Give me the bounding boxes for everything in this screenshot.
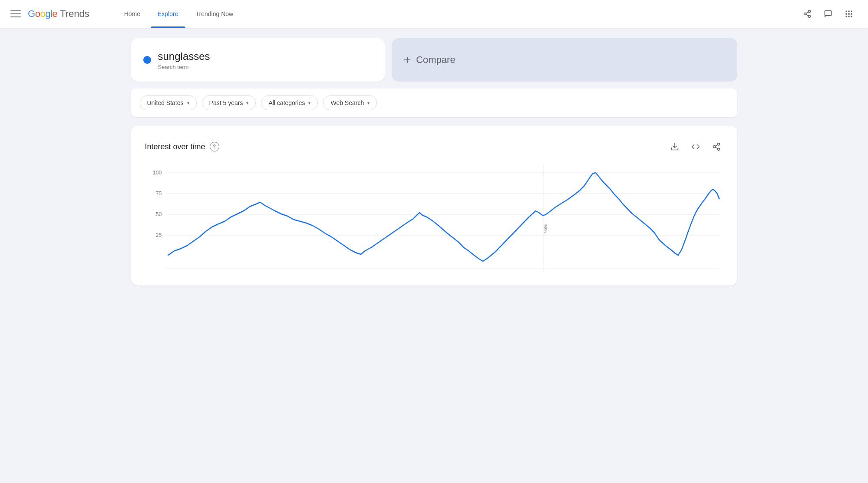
search-type-filter-chevron: ▾: [367, 101, 370, 105]
svg-rect-8: [851, 11, 852, 12]
search-type-filter-label: Web Search: [330, 99, 364, 106]
share-icon: [803, 10, 812, 18]
svg-text:50: 50: [155, 211, 162, 217]
svg-rect-14: [851, 16, 852, 17]
download-button[interactable]: [668, 140, 682, 154]
share-chart-icon: [712, 142, 721, 151]
svg-line-4: [806, 12, 809, 13]
time-filter-chevron: ▾: [246, 101, 248, 105]
interest-over-time-chart: 100 75 50 25 Note: [145, 164, 723, 277]
trends-wordmark: Trends: [60, 8, 89, 20]
svg-rect-12: [846, 16, 847, 17]
chart-area: 100 75 50 25 Note: [145, 164, 723, 277]
embed-button[interactable]: [689, 140, 703, 154]
chart-card: Interest over time ?: [131, 126, 737, 286]
category-filter-label: All categories: [268, 99, 305, 106]
svg-rect-10: [848, 13, 849, 14]
search-term-type: Search term: [158, 64, 210, 70]
svg-line-20: [715, 145, 718, 146]
region-filter-chevron: ▾: [187, 101, 189, 105]
header-left: Google Trends Home Explore Trending Now: [10, 0, 240, 28]
search-type-filter[interactable]: Web Search ▾: [323, 95, 377, 110]
svg-line-3: [806, 14, 809, 16]
svg-rect-7: [848, 11, 849, 12]
chart-title: Interest over time: [145, 142, 205, 151]
header: Google Trends Home Explore Trending Now: [0, 0, 868, 28]
chart-title-group: Interest over time ?: [145, 142, 219, 151]
time-filter[interactable]: Past 5 years ▾: [202, 95, 256, 110]
chart-header: Interest over time ?: [145, 140, 723, 154]
search-cards-row: sunglasses Search term + Compare: [131, 38, 737, 82]
embed-icon: [691, 142, 700, 151]
svg-line-19: [715, 147, 718, 148]
search-term-name: sunglasses: [158, 49, 210, 63]
share-chart-button[interactable]: [710, 140, 723, 154]
chart-actions: [668, 140, 723, 154]
svg-rect-11: [851, 13, 852, 14]
main-nav: Home Explore Trending Now: [117, 0, 240, 28]
svg-rect-6: [846, 11, 847, 12]
share-icon-button[interactable]: [799, 5, 816, 23]
filters-row: United States ▾ Past 5 years ▾ All categ…: [131, 89, 737, 117]
svg-rect-13: [848, 16, 849, 17]
search-card-text: sunglasses Search term: [158, 49, 210, 70]
region-filter-label: United States: [147, 99, 184, 106]
header-right: [799, 5, 858, 23]
svg-text:Note: Note: [542, 224, 547, 233]
svg-text:75: 75: [155, 190, 162, 197]
google-trends-logo[interactable]: Google Trends: [28, 8, 89, 20]
google-wordmark: Google: [28, 8, 57, 20]
category-filter[interactable]: All categories ▾: [261, 95, 318, 110]
feedback-icon-button[interactable]: [819, 5, 837, 23]
svg-rect-5: [825, 11, 832, 16]
feedback-icon: [824, 10, 832, 18]
category-filter-chevron: ▾: [308, 101, 310, 105]
nav-item-explore[interactable]: Explore: [151, 0, 185, 28]
compare-card[interactable]: + Compare: [392, 38, 737, 82]
svg-text:100: 100: [152, 169, 162, 176]
search-term-dot: [143, 56, 151, 64]
svg-text:25: 25: [155, 232, 162, 238]
download-icon: [670, 142, 679, 151]
nav-item-trending[interactable]: Trending Now: [189, 0, 241, 28]
help-question-mark: ?: [213, 144, 216, 150]
svg-rect-9: [846, 13, 847, 14]
apps-icon: [845, 10, 853, 18]
help-icon-button[interactable]: ?: [210, 142, 219, 151]
compare-label: Compare: [416, 54, 455, 66]
hamburger-menu-icon[interactable]: [10, 9, 21, 19]
region-filter[interactable]: United States ▾: [140, 95, 197, 110]
search-term-card: sunglasses Search term: [131, 38, 385, 82]
time-filter-label: Past 5 years: [209, 99, 243, 106]
apps-icon-button[interactable]: [840, 5, 858, 23]
compare-plus-icon: +: [404, 54, 411, 66]
nav-item-home[interactable]: Home: [117, 0, 147, 28]
main-content: sunglasses Search term + Compare United …: [117, 28, 751, 296]
